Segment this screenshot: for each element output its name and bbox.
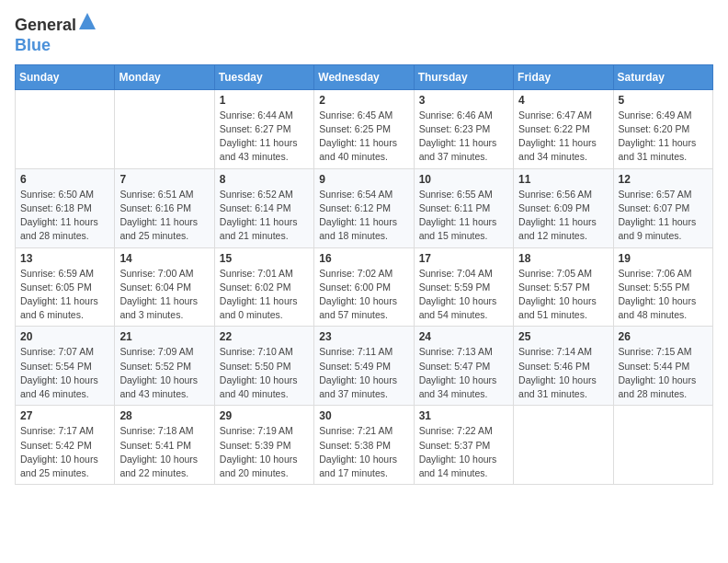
calendar-week-row: 13Sunrise: 6:59 AMSunset: 6:05 PMDayligh… bbox=[16, 247, 713, 327]
day-number: 28 bbox=[119, 409, 209, 422]
day-info: Sunrise: 7:14 AMSunset: 5:46 PMDaylight:… bbox=[518, 345, 608, 401]
calendar-cell: 30Sunrise: 7:21 AMSunset: 5:38 PMDayligh… bbox=[314, 406, 414, 485]
calendar-cell: 11Sunrise: 6:56 AMSunset: 6:09 PMDayligh… bbox=[514, 168, 613, 247]
calendar-cell: 5Sunrise: 6:49 AMSunset: 6:20 PMDaylight… bbox=[613, 89, 712, 168]
calendar-cell bbox=[613, 406, 712, 485]
calendar-cell bbox=[514, 406, 613, 485]
calendar-cell: 7Sunrise: 6:51 AMSunset: 6:16 PMDaylight… bbox=[115, 168, 214, 247]
calendar-cell: 19Sunrise: 7:06 AMSunset: 5:55 PMDayligh… bbox=[613, 247, 712, 327]
day-info: Sunrise: 7:05 AMSunset: 5:57 PMDaylight:… bbox=[518, 267, 608, 323]
calendar-cell: 1Sunrise: 6:44 AMSunset: 6:27 PMDaylight… bbox=[214, 89, 313, 168]
day-of-week-header: Saturday bbox=[613, 64, 712, 89]
day-info: Sunrise: 7:02 AMSunset: 6:00 PMDaylight:… bbox=[319, 267, 408, 323]
day-number: 20 bbox=[20, 330, 109, 343]
day-number: 9 bbox=[319, 173, 408, 186]
calendar-cell: 24Sunrise: 7:13 AMSunset: 5:47 PMDayligh… bbox=[414, 327, 513, 406]
day-number: 6 bbox=[20, 173, 109, 186]
day-number: 3 bbox=[419, 94, 508, 107]
day-info: Sunrise: 6:49 AMSunset: 6:20 PMDaylight:… bbox=[619, 109, 708, 165]
calendar-cell: 2Sunrise: 6:45 AMSunset: 6:25 PMDaylight… bbox=[314, 89, 414, 168]
day-number: 24 bbox=[419, 330, 508, 343]
day-info: Sunrise: 6:50 AMSunset: 6:18 PMDaylight:… bbox=[20, 188, 109, 244]
day-number: 4 bbox=[518, 94, 608, 107]
day-info: Sunrise: 7:18 AMSunset: 5:41 PMDaylight:… bbox=[119, 424, 209, 480]
day-number: 19 bbox=[619, 252, 708, 265]
calendar-cell: 23Sunrise: 7:11 AMSunset: 5:49 PMDayligh… bbox=[314, 327, 414, 406]
logo-icon bbox=[79, 13, 96, 31]
day-info: Sunrise: 7:19 AMSunset: 5:39 PMDaylight:… bbox=[220, 424, 309, 480]
calendar-week-row: 6Sunrise: 6:50 AMSunset: 6:18 PMDaylight… bbox=[16, 168, 713, 247]
calendar-cell: 13Sunrise: 6:59 AMSunset: 6:05 PMDayligh… bbox=[16, 247, 115, 327]
day-of-week-header: Wednesday bbox=[314, 64, 414, 89]
calendar-cell: 4Sunrise: 6:47 AMSunset: 6:22 PMDaylight… bbox=[514, 89, 613, 168]
day-number: 8 bbox=[220, 173, 309, 186]
day-info: Sunrise: 7:00 AMSunset: 6:04 PMDaylight:… bbox=[119, 267, 209, 323]
calendar-week-row: 1Sunrise: 6:44 AMSunset: 6:27 PMDaylight… bbox=[16, 89, 713, 168]
day-info: Sunrise: 7:21 AMSunset: 5:38 PMDaylight:… bbox=[319, 424, 408, 480]
calendar-cell bbox=[16, 89, 115, 168]
calendar-cell: 12Sunrise: 6:57 AMSunset: 6:07 PMDayligh… bbox=[613, 168, 712, 247]
day-of-week-header: Monday bbox=[115, 64, 214, 89]
calendar-cell: 29Sunrise: 7:19 AMSunset: 5:39 PMDayligh… bbox=[214, 406, 313, 485]
calendar-cell: 17Sunrise: 7:04 AMSunset: 5:59 PMDayligh… bbox=[414, 247, 513, 327]
day-info: Sunrise: 6:44 AMSunset: 6:27 PMDaylight:… bbox=[220, 109, 309, 165]
calendar-cell: 16Sunrise: 7:02 AMSunset: 6:00 PMDayligh… bbox=[314, 247, 414, 327]
day-info: Sunrise: 7:09 AMSunset: 5:52 PMDaylight:… bbox=[119, 345, 209, 401]
calendar-cell: 3Sunrise: 6:46 AMSunset: 6:23 PMDaylight… bbox=[414, 89, 513, 168]
calendar-cell: 18Sunrise: 7:05 AMSunset: 5:57 PMDayligh… bbox=[514, 247, 613, 327]
day-info: Sunrise: 6:59 AMSunset: 6:05 PMDaylight:… bbox=[20, 267, 109, 323]
day-info: Sunrise: 7:01 AMSunset: 6:02 PMDaylight:… bbox=[220, 267, 309, 323]
day-info: Sunrise: 7:17 AMSunset: 5:42 PMDaylight:… bbox=[20, 424, 109, 480]
day-info: Sunrise: 6:55 AMSunset: 6:11 PMDaylight:… bbox=[419, 188, 508, 244]
day-info: Sunrise: 6:56 AMSunset: 6:09 PMDaylight:… bbox=[518, 188, 608, 244]
calendar-cell: 10Sunrise: 6:55 AMSunset: 6:11 PMDayligh… bbox=[414, 168, 513, 247]
calendar-cell: 28Sunrise: 7:18 AMSunset: 5:41 PMDayligh… bbox=[115, 406, 214, 485]
calendar-cell: 14Sunrise: 7:00 AMSunset: 6:04 PMDayligh… bbox=[115, 247, 214, 327]
calendar-table: SundayMondayTuesdayWednesdayThursdayFrid… bbox=[15, 64, 713, 485]
calendar-cell: 21Sunrise: 7:09 AMSunset: 5:52 PMDayligh… bbox=[115, 327, 214, 406]
calendar-cell: 27Sunrise: 7:17 AMSunset: 5:42 PMDayligh… bbox=[16, 406, 115, 485]
day-number: 16 bbox=[319, 252, 408, 265]
day-info: Sunrise: 6:54 AMSunset: 6:12 PMDaylight:… bbox=[319, 188, 408, 244]
logo-text-blue: Blue bbox=[15, 36, 51, 54]
day-number: 31 bbox=[419, 409, 508, 422]
day-number: 25 bbox=[518, 330, 608, 343]
day-number: 18 bbox=[518, 252, 608, 265]
day-number: 22 bbox=[220, 330, 309, 343]
day-info: Sunrise: 6:45 AMSunset: 6:25 PMDaylight:… bbox=[319, 109, 408, 165]
day-number: 15 bbox=[220, 252, 309, 265]
day-number: 1 bbox=[220, 94, 309, 107]
day-info: Sunrise: 6:46 AMSunset: 6:23 PMDaylight:… bbox=[419, 109, 508, 165]
day-number: 7 bbox=[119, 173, 209, 186]
calendar-week-row: 20Sunrise: 7:07 AMSunset: 5:54 PMDayligh… bbox=[16, 327, 713, 406]
day-info: Sunrise: 7:11 AMSunset: 5:49 PMDaylight:… bbox=[319, 345, 408, 401]
day-of-week-header: Tuesday bbox=[214, 64, 313, 89]
day-info: Sunrise: 7:22 AMSunset: 5:37 PMDaylight:… bbox=[419, 424, 508, 480]
calendar-cell: 6Sunrise: 6:50 AMSunset: 6:18 PMDaylight… bbox=[16, 168, 115, 247]
day-number: 2 bbox=[319, 94, 408, 107]
calendar-cell bbox=[115, 89, 214, 168]
calendar-cell: 25Sunrise: 7:14 AMSunset: 5:46 PMDayligh… bbox=[514, 327, 613, 406]
logo-text-general: General bbox=[15, 17, 76, 35]
svg-marker-0 bbox=[79, 13, 96, 29]
day-number: 21 bbox=[119, 330, 209, 343]
calendar-cell: 20Sunrise: 7:07 AMSunset: 5:54 PMDayligh… bbox=[16, 327, 115, 406]
logo: General Blue bbox=[15, 15, 96, 55]
day-number: 23 bbox=[319, 330, 408, 343]
day-info: Sunrise: 7:10 AMSunset: 5:50 PMDaylight:… bbox=[220, 345, 309, 401]
calendar-cell: 22Sunrise: 7:10 AMSunset: 5:50 PMDayligh… bbox=[214, 327, 313, 406]
day-number: 26 bbox=[619, 330, 708, 343]
day-number: 17 bbox=[419, 252, 508, 265]
day-number: 29 bbox=[220, 409, 309, 422]
day-info: Sunrise: 7:06 AMSunset: 5:55 PMDaylight:… bbox=[619, 267, 708, 323]
day-info: Sunrise: 6:51 AMSunset: 6:16 PMDaylight:… bbox=[119, 188, 209, 244]
calendar-cell: 9Sunrise: 6:54 AMSunset: 6:12 PMDaylight… bbox=[314, 168, 414, 247]
day-of-week-header: Sunday bbox=[16, 64, 115, 89]
day-info: Sunrise: 6:47 AMSunset: 6:22 PMDaylight:… bbox=[518, 109, 608, 165]
calendar-header-row: SundayMondayTuesdayWednesdayThursdayFrid… bbox=[16, 64, 713, 89]
day-number: 11 bbox=[518, 173, 608, 186]
calendar-week-row: 27Sunrise: 7:17 AMSunset: 5:42 PMDayligh… bbox=[16, 406, 713, 485]
day-number: 5 bbox=[619, 94, 708, 107]
day-of-week-header: Thursday bbox=[414, 64, 513, 89]
day-info: Sunrise: 7:13 AMSunset: 5:47 PMDaylight:… bbox=[419, 345, 508, 401]
